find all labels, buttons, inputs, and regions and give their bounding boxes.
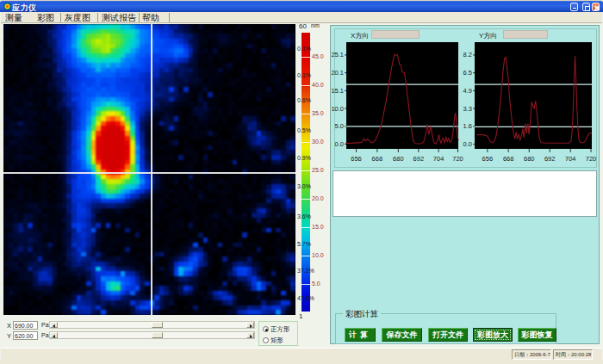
color-scale-percent-label: 3.0%: [297, 183, 311, 189]
chart-plot-svg: 8.26.54.93.31.60.0656668680692704720: [459, 42, 599, 168]
minimize-button[interactable]: [570, 3, 578, 11]
color-scale-percent-label: 37.2%: [297, 268, 314, 274]
color-scale-tick-label: 35.0: [312, 110, 324, 116]
x-direction-chart-title: X方向: [351, 31, 369, 40]
menu-item-help[interactable]: 帮助: [142, 12, 159, 22]
app-icon: [3, 3, 11, 10]
x-direction-chart: 25.120.115.110.05.00.0656668680692704720: [331, 42, 465, 171]
color-scale-tick-label: 20.0: [312, 195, 324, 201]
svg-text:680: 680: [393, 155, 404, 163]
svg-text:692: 692: [413, 155, 425, 163]
svg-text:4.9: 4.9: [463, 87, 472, 95]
svg-text:5.0: 5.0: [335, 122, 344, 130]
menu-separator: [169, 13, 170, 22]
x-coordinate-label: X: [7, 322, 11, 330]
color-scale-tick-label: 5.0: [312, 281, 320, 287]
svg-text:20.1: 20.1: [331, 69, 344, 77]
y-coordinate-label: Y: [7, 332, 11, 340]
colormap-zoom-button[interactable]: 彩图放大: [473, 328, 513, 342]
status-bar: 日期：2006-6-7 时间：20:00:28: [1, 348, 602, 360]
radio-square[interactable]: 正方形: [263, 325, 290, 334]
svg-text:6.5: 6.5: [463, 69, 472, 77]
color-scale-tick-label: 30.0: [312, 139, 324, 145]
color-scale-percent-label: 3.6%: [297, 213, 311, 219]
x-scrollbar[interactable]: [49, 321, 255, 329]
color-scale-tick-label: 10.0: [312, 252, 324, 258]
color-scale-unit-label: nm: [311, 22, 320, 28]
y-coordinate-input[interactable]: [13, 331, 38, 340]
y-scrollbar[interactable]: [49, 331, 255, 339]
x-scrollbar-left-button[interactable]: [50, 322, 58, 328]
color-scale-percent-label: 5.7%: [297, 241, 311, 247]
svg-text:668: 668: [372, 155, 383, 163]
radio-rectangle[interactable]: 矩形: [263, 336, 283, 345]
color-scale-percent-label: 0.1%: [297, 46, 311, 52]
color-scale-percent-label: 47.6%: [297, 295, 314, 301]
heatmap-canvas[interactable]: [3, 24, 295, 315]
colormap-restore-button[interactable]: 彩图恢复: [518, 328, 556, 342]
color-scale-tick-label: 40.0: [312, 82, 324, 88]
y-direction-chart-title: Y方向: [479, 31, 497, 40]
svg-text:680: 680: [524, 155, 535, 163]
color-scale-percent-label: 0.1%: [297, 72, 311, 78]
shape-option-group: 正方形 矩形: [258, 321, 298, 346]
title-bar: 应力仪: [0, 0, 603, 12]
window-bottom-edge: [0, 360, 603, 364]
color-scale-tick: [302, 114, 310, 114]
color-scale-tick: [302, 85, 310, 86]
color-scale-tick: [302, 199, 310, 200]
close-button[interactable]: [592, 3, 600, 11]
menu-item-colormap[interactable]: 彩图: [37, 12, 54, 22]
svg-text:720: 720: [586, 155, 597, 163]
x-scrollbar-right-button[interactable]: [246, 322, 254, 328]
y-scrollbar-thumb[interactable]: [152, 332, 163, 338]
save-file-button[interactable]: 保存文件: [382, 328, 422, 342]
svg-text:656: 656: [482, 155, 494, 163]
y-scrollbar-right-button[interactable]: [246, 332, 254, 338]
x-coordinate-input[interactable]: [13, 321, 38, 330]
colormap-calc-group: 彩图计算 计算保存文件打开文件彩图放大彩图恢复: [335, 313, 556, 344]
svg-text:0.0: 0.0: [463, 140, 472, 148]
svg-text:668: 668: [503, 155, 514, 163]
svg-text:692: 692: [544, 155, 556, 163]
menu-item-grayscale[interactable]: 灰度图: [65, 12, 90, 22]
crosshair-horizontal-line: [3, 172, 295, 174]
x-direction-value-box: [371, 30, 420, 39]
right-arrow-icon: [250, 335, 252, 338]
x-scrollbar-thumb[interactable]: [152, 322, 163, 328]
color-scale-min-label: 1: [299, 312, 302, 320]
menu-item-measure[interactable]: 测量: [5, 12, 22, 22]
color-scale-tick: [302, 57, 310, 58]
app-window: 应力仪 测量彩图灰度图测试报告帮助 60 nm 1 45.040.035.030…: [0, 0, 603, 364]
menu-item-test-report[interactable]: 测试报告: [102, 12, 136, 22]
svg-text:10.0: 10.0: [331, 105, 344, 113]
color-scale-tick: [302, 227, 310, 228]
color-scale-max-label: 60: [299, 22, 307, 30]
status-time-panel: 时间：20:00:28: [553, 349, 593, 360]
color-scale-tick-label: 25.0: [312, 167, 324, 173]
left-arrow-icon: [53, 324, 55, 328]
svg-text:1.6: 1.6: [463, 122, 472, 130]
open-file-button[interactable]: 打开文件: [428, 328, 468, 342]
right-arrow-icon: [250, 324, 252, 328]
y-direction-value-box: [503, 30, 548, 39]
calculate-button[interactable]: 计算: [345, 328, 376, 342]
x-unit-label: Pa: [41, 322, 49, 328]
svg-text:25.1: 25.1: [331, 51, 344, 59]
color-scale-tick: [302, 142, 310, 143]
svg-text:704: 704: [433, 155, 444, 163]
svg-text:656: 656: [351, 155, 362, 163]
color-scale-tick-label: 45.0: [312, 53, 324, 59]
analysis-panel: X方向 Y方向 25.120.115.110.05.00.06566686806…: [330, 25, 600, 344]
color-scale-tick-label: 15.0: [312, 224, 324, 230]
color-scale-tick: [302, 284, 310, 285]
svg-text:704: 704: [565, 155, 576, 163]
color-scale-percent-label: 0.5%: [297, 127, 311, 133]
result-textbox[interactable]: [333, 170, 597, 217]
y-scrollbar-left-button[interactable]: [50, 332, 58, 338]
svg-text:3.3: 3.3: [463, 105, 472, 113]
chart-plot-svg: 25.120.115.110.05.00.0656668680692704720: [331, 42, 465, 168]
restore-button[interactable]: [582, 3, 590, 11]
radio-unselected-icon: [263, 337, 269, 343]
menu-separator: [60, 13, 61, 22]
